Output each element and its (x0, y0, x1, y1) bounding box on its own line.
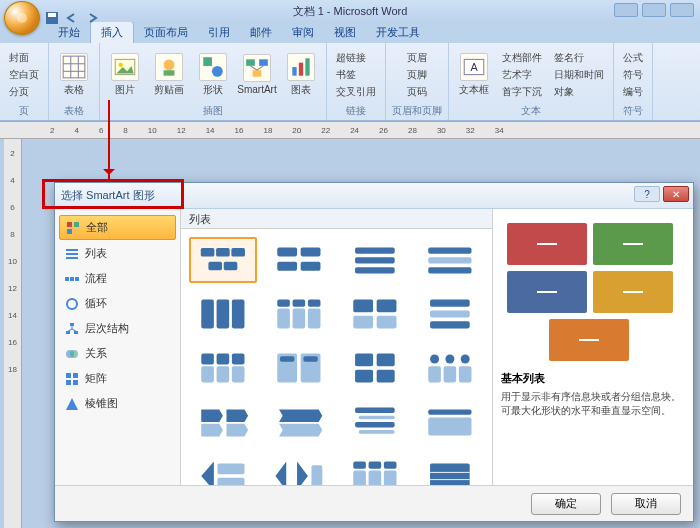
bookmark-button[interactable]: 书签 (333, 67, 379, 83)
gallery-thumb[interactable] (189, 291, 257, 337)
svg-rect-73 (201, 354, 214, 365)
svg-rect-44 (231, 248, 245, 257)
sidebar-item-relationship[interactable]: 关系 (59, 342, 176, 365)
gallery-thumb[interactable] (416, 291, 484, 337)
svg-rect-74 (201, 366, 214, 382)
group-label: 插图 (203, 104, 223, 118)
footer-button[interactable]: 页脚 (404, 67, 430, 83)
gallery-thumb[interactable] (341, 345, 409, 391)
gallery-scroll[interactable] (181, 229, 492, 485)
tab-developer[interactable]: 开发工具 (366, 22, 430, 43)
wordart-button[interactable]: 艺术字 (499, 67, 545, 83)
gallery-thumb[interactable] (189, 345, 257, 391)
tab-references[interactable]: 引用 (198, 22, 240, 43)
svg-rect-100 (217, 478, 244, 485)
gallery-thumb[interactable] (341, 291, 409, 337)
gallery-thumb[interactable] (265, 399, 333, 445)
page-break-button[interactable]: 分页 (6, 84, 42, 100)
table-button[interactable]: 表格 (55, 53, 93, 97)
gallery-thumb[interactable] (416, 237, 484, 283)
sidebar-item-hierarchy[interactable]: 层次结构 (59, 317, 176, 340)
equation-button[interactable]: 公式 (620, 50, 646, 66)
svg-rect-35 (74, 331, 78, 334)
preview-panel: 基本列表 用于显示非有序信息块或者分组信息块。可最大化形状的水平和垂直显示空间。 (493, 209, 693, 485)
number-button[interactable]: 编号 (620, 84, 646, 100)
sidebar-item-list[interactable]: 列表 (59, 242, 176, 265)
svg-rect-17 (292, 67, 296, 76)
cover-page-button[interactable]: 封面 (6, 50, 42, 66)
page-number-button[interactable]: 页码 (404, 84, 430, 100)
save-icon[interactable] (44, 10, 60, 26)
clipart-button[interactable]: 剪贴画 (150, 53, 188, 97)
chart-button[interactable]: 图表 (282, 53, 320, 97)
svg-rect-66 (353, 300, 373, 313)
quickparts-button[interactable]: 文档部件 (499, 50, 545, 66)
horizontal-ruler: 246810121416182022242628303234 (0, 121, 700, 139)
group-label: 页眉和页脚 (392, 104, 442, 118)
svg-point-32 (67, 299, 77, 309)
gallery-thumb[interactable] (265, 453, 333, 485)
svg-text:A: A (470, 61, 478, 73)
sidebar-item-pyramid[interactable]: 棱锥图 (59, 392, 176, 415)
svg-rect-81 (280, 356, 294, 361)
hyperlink-button[interactable]: 超链接 (333, 50, 379, 66)
gallery-thumb[interactable] (265, 345, 333, 391)
dialog-close-button[interactable]: ✕ (663, 186, 689, 202)
maximize-button[interactable] (642, 3, 666, 17)
picture-button[interactable]: 图片 (106, 53, 144, 97)
shapes-button[interactable]: 形状 (194, 53, 232, 97)
sidebar-item-all[interactable]: 全部 (59, 215, 176, 240)
svg-rect-24 (67, 229, 72, 234)
blank-page-button[interactable]: 空白页 (6, 67, 42, 83)
sidebar-item-matrix[interactable]: 矩阵 (59, 367, 176, 390)
cycle-icon (65, 297, 79, 311)
gallery-thumb[interactable] (341, 399, 409, 445)
gallery-thumb[interactable] (416, 345, 484, 391)
svg-rect-107 (383, 471, 396, 485)
close-button[interactable] (670, 3, 694, 17)
gallery-thumb[interactable] (341, 453, 409, 485)
tab-mailings[interactable]: 邮件 (240, 22, 282, 43)
cancel-button[interactable]: 取消 (611, 493, 681, 515)
svg-rect-46 (224, 262, 238, 271)
gallery-thumb[interactable] (189, 453, 257, 485)
svg-rect-16 (253, 70, 262, 77)
office-button[interactable] (4, 1, 40, 35)
tab-page-layout[interactable]: 页面布局 (134, 22, 198, 43)
minimize-button[interactable] (614, 3, 638, 17)
group-label: 表格 (64, 104, 84, 118)
svg-point-10 (164, 59, 175, 70)
svg-rect-102 (353, 462, 366, 469)
gallery-thumb[interactable] (189, 399, 257, 445)
svg-rect-104 (368, 462, 381, 469)
datetime-button[interactable]: 日期和时间 (551, 67, 607, 83)
svg-rect-101 (311, 465, 322, 485)
gallery-thumb[interactable] (265, 291, 333, 337)
undo-icon[interactable] (64, 10, 80, 26)
svg-rect-49 (277, 262, 297, 271)
smartart-button[interactable]: SmartArt (238, 54, 276, 95)
dialog-titlebar[interactable]: 选择 SmartArt 图形 ? ✕ (55, 183, 693, 209)
sidebar-item-cycle[interactable]: 循环 (59, 292, 176, 315)
svg-point-37 (70, 350, 78, 358)
gallery-thumb[interactable] (416, 399, 484, 445)
gallery-thumb[interactable] (416, 453, 484, 485)
gallery-thumb[interactable] (189, 237, 257, 283)
signature-button[interactable]: 签名行 (551, 50, 607, 66)
crossref-button[interactable]: 交叉引用 (333, 84, 379, 100)
tab-view[interactable]: 视图 (324, 22, 366, 43)
gallery-thumb[interactable] (265, 237, 333, 283)
svg-point-0 (17, 13, 27, 23)
gallery-thumb[interactable] (341, 237, 409, 283)
sidebar-item-process[interactable]: 流程 (59, 267, 176, 290)
object-button[interactable]: 对象 (551, 84, 607, 100)
dropcap-button[interactable]: 首字下沉 (499, 84, 545, 100)
redo-icon[interactable] (84, 10, 100, 26)
symbol-button[interactable]: 符号 (620, 67, 646, 83)
tab-review[interactable]: 审阅 (282, 22, 324, 43)
dialog-help-button[interactable]: ? (634, 186, 660, 202)
header-button[interactable]: 页眉 (404, 50, 430, 66)
textbox-button[interactable]: A文本框 (455, 53, 493, 97)
ok-button[interactable]: 确定 (531, 493, 601, 515)
svg-rect-70 (430, 300, 470, 307)
